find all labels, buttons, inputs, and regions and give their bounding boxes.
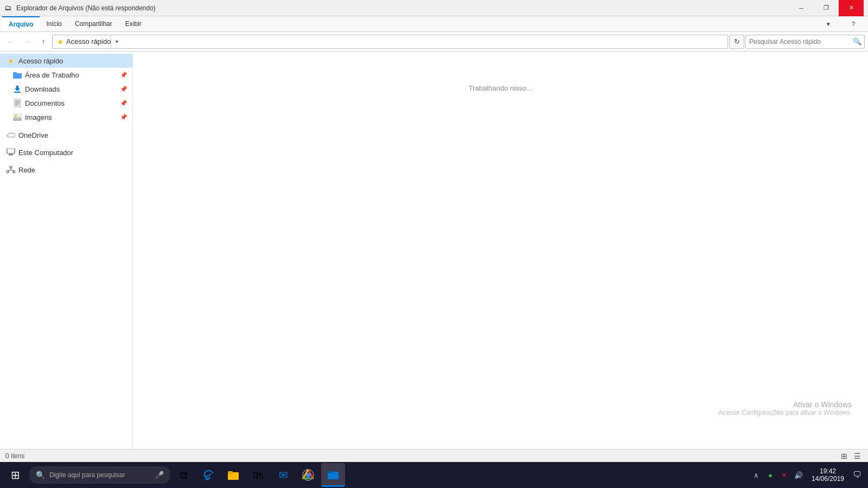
sidebar-item-documents[interactable]: Documentos 📌 bbox=[0, 96, 132, 110]
search-input[interactable] bbox=[746, 35, 850, 48]
cloud-icon bbox=[7, 131, 15, 139]
tab-compartilhar[interactable]: Compartilhar bbox=[68, 16, 119, 31]
folder-blue-icon bbox=[13, 70, 22, 79]
svg-line-17 bbox=[11, 170, 14, 171]
task-view-button[interactable]: ⧉ bbox=[171, 463, 195, 487]
sidebar-item-documents-label: Documentos bbox=[25, 99, 116, 107]
search-icon[interactable]: 🔍 bbox=[850, 35, 864, 48]
address-bar: ← → ↑ ★ Acesso rápido ▾ ↻ 🔍 bbox=[0, 32, 868, 52]
svg-rect-2 bbox=[14, 92, 21, 93]
address-path-text: Acesso rápido bbox=[66, 37, 111, 46]
up-button[interactable]: ↑ bbox=[36, 34, 51, 49]
star-icon: ★ bbox=[7, 56, 15, 65]
forward-button[interactable]: → bbox=[20, 34, 35, 49]
main-area: ★ Acesso rápido Área de Trabalho 📌 bbox=[0, 52, 868, 449]
download-icon bbox=[13, 85, 22, 93]
activation-subtitle: Acesse Configurações para ativar o Windo… bbox=[719, 409, 852, 416]
mail-button[interactable]: ✉ bbox=[271, 463, 295, 487]
view-list-button[interactable]: ☰ bbox=[852, 451, 863, 461]
tray-greenicon[interactable]: ● bbox=[764, 468, 777, 481]
svg-point-12 bbox=[10, 166, 12, 168]
svg-point-14 bbox=[13, 171, 15, 173]
svg-line-16 bbox=[8, 170, 11, 171]
file-explorer-active-button[interactable] bbox=[321, 463, 345, 487]
pin-icon-desktop: 📌 bbox=[119, 70, 128, 79]
tray-close-red[interactable]: ✕ bbox=[778, 468, 791, 481]
address-path[interactable]: ★ Acesso rápido ▾ bbox=[52, 35, 728, 49]
network-icon bbox=[7, 165, 15, 174]
sidebar-item-images-label: Imagens bbox=[25, 113, 116, 121]
svg-rect-24 bbox=[328, 471, 333, 473]
pin-icon-documents: 📌 bbox=[119, 99, 128, 107]
back-button[interactable]: ← bbox=[3, 34, 18, 49]
title-bar-text: Explorador de Arquivos (Não está respond… bbox=[16, 4, 789, 12]
sidebar-item-quick-access-label: Acesso rápido bbox=[18, 57, 128, 65]
sidebar: ★ Acesso rápido Área de Trabalho 📌 bbox=[0, 52, 133, 449]
computer-icon bbox=[7, 148, 15, 157]
taskbar-search-icon: 🔍 bbox=[36, 471, 45, 479]
working-text: Trabalhando nisso... bbox=[469, 84, 532, 92]
sidebar-item-network[interactable]: Rede bbox=[0, 162, 132, 177]
svg-point-8 bbox=[15, 114, 17, 117]
search-box[interactable]: 🔍 bbox=[745, 35, 865, 49]
restore-button[interactable]: ❐ bbox=[814, 0, 839, 16]
tab-arquivo[interactable]: Arquivo bbox=[2, 16, 40, 31]
notification-button[interactable]: 🗨 bbox=[848, 464, 866, 486]
activation-notice: Ativar o Windows Acesse Configurações pa… bbox=[719, 400, 852, 416]
clock-date: 14/06/2019 bbox=[812, 475, 844, 483]
sidebar-item-desktop-label: Área de Trabalho bbox=[25, 71, 116, 79]
sidebar-item-onedrive[interactable]: OneDrive bbox=[0, 127, 132, 143]
svg-rect-19 bbox=[228, 471, 233, 474]
sidebar-item-downloads-label: Downloads bbox=[25, 85, 116, 93]
tab-exibir[interactable]: Exibir bbox=[119, 16, 148, 31]
taskbar: ⊞ 🔍 Digite aqui para pesquisar 🎤 ⧉ 🛍 ✉ bbox=[0, 462, 868, 488]
svg-rect-9 bbox=[7, 149, 15, 153]
taskbar-search-text: Digite aqui para pesquisar bbox=[49, 471, 125, 479]
address-dropdown[interactable]: ▾ bbox=[111, 35, 123, 49]
svg-rect-11 bbox=[8, 155, 14, 156]
svg-point-22 bbox=[306, 473, 310, 477]
title-bar: 🗂 Explorador de Arquivos (Não está respo… bbox=[0, 0, 868, 16]
images-icon bbox=[13, 113, 22, 121]
svg-point-13 bbox=[7, 171, 9, 173]
taskbar-search[interactable]: 🔍 Digite aqui para pesquisar 🎤 bbox=[29, 466, 170, 484]
ribbon-chevron[interactable]: ▾ bbox=[816, 16, 841, 32]
sidebar-item-this-computer[interactable]: Este Computador bbox=[0, 145, 132, 160]
pin-icon-images: 📌 bbox=[119, 113, 128, 121]
store-button[interactable]: 🛍 bbox=[246, 463, 270, 487]
address-star-icon: ★ bbox=[57, 37, 64, 46]
status-bar: 0 itens ⊞ ☰ bbox=[0, 449, 868, 462]
sidebar-item-downloads[interactable]: Downloads 📌 bbox=[0, 82, 132, 96]
sidebar-onedrive-label: OneDrive bbox=[18, 131, 48, 139]
system-tray: ∧ ● ✕ 🔊 bbox=[748, 468, 807, 481]
sidebar-this-computer-label: Este Computador bbox=[18, 149, 73, 157]
ribbon: Arquivo Início Compartilhar Exibir ▾ ? bbox=[0, 16, 868, 32]
close-button[interactable]: ✕ bbox=[839, 0, 864, 16]
help-button[interactable]: ? bbox=[841, 16, 866, 32]
minimize-button[interactable]: ─ bbox=[789, 0, 814, 16]
file-explorer-button[interactable] bbox=[221, 463, 245, 487]
status-bar-right: ⊞ ☰ bbox=[839, 451, 863, 461]
title-bar-controls: ─ ❐ ✕ bbox=[789, 0, 864, 16]
ribbon-tabs: Arquivo Início Compartilhar Exibir ▾ ? bbox=[0, 16, 868, 31]
clock-time: 19:42 bbox=[812, 467, 844, 475]
svg-rect-10 bbox=[9, 153, 12, 155]
sidebar-item-images[interactable]: Imagens 📌 bbox=[0, 110, 132, 124]
sidebar-item-desktop[interactable]: Área de Trabalho 📌 bbox=[0, 68, 132, 82]
status-item-count: 0 itens bbox=[5, 452, 24, 460]
start-button[interactable]: ⊞ bbox=[2, 464, 28, 486]
pin-icon-downloads: 📌 bbox=[119, 85, 128, 93]
microphone-icon[interactable]: 🎤 bbox=[155, 471, 164, 479]
app-icon: 🗂 bbox=[4, 4, 13, 12]
taskbar-clock[interactable]: 19:42 14/06/2019 bbox=[808, 467, 847, 483]
sidebar-item-quick-access[interactable]: ★ Acesso rápido bbox=[0, 54, 132, 68]
tab-inicio[interactable]: Início bbox=[40, 16, 68, 31]
sidebar-network-label: Rede bbox=[18, 166, 35, 174]
content-area: Trabalhando nisso... Ativar o Windows Ac… bbox=[133, 52, 868, 449]
tray-chevron[interactable]: ∧ bbox=[750, 468, 763, 481]
tray-speaker[interactable]: 🔊 bbox=[792, 468, 805, 481]
view-grid-button[interactable]: ⊞ bbox=[839, 451, 850, 461]
chrome-button[interactable] bbox=[296, 463, 320, 487]
refresh-button[interactable]: ↻ bbox=[729, 35, 744, 49]
edge-button[interactable] bbox=[196, 463, 220, 487]
